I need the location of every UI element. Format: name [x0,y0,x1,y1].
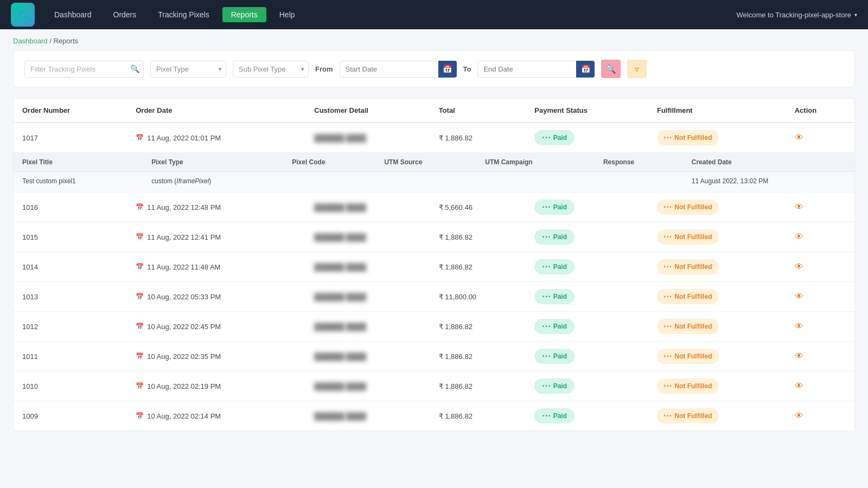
fulfillment-badge: ··· Not Fulfilled [657,319,719,334]
fulfillment-label: Not Fulfilled [674,203,712,211]
cell-fulfillment: ··· Not Fulfilled [648,371,786,401]
cell-fulfillment: ··· Not Fulfilled [648,252,786,282]
pixel-sub-row: Pixel Title Pixel Type Pixel Code UTM So… [14,153,854,192]
paid-label: Paid [553,293,567,300]
nav-tracking-pixels[interactable]: Tracking Pixels [149,7,218,22]
payment-status-badge: ··· Paid [534,349,575,364]
col-total: Total [430,99,526,123]
pixel-data-row: Test custom pixel1 custom (IframePixel) … [14,172,854,192]
paid-dots: ··· [542,322,551,331]
view-icon[interactable]: 👁 [795,322,803,331]
fulfillment-label: Not Fulfilled [674,233,712,241]
view-icon[interactable]: 👁 [795,232,803,241]
paid-label: Paid [553,352,567,360]
col-action: Action [786,99,854,123]
nav-orders[interactable]: Orders [105,7,145,22]
table-row: 1015 📅 11 Aug, 2022 12:41 PM ██████ ████… [14,222,854,252]
svg-point-2 [21,13,24,16]
paid-label: Paid [553,382,567,390]
navbar: Dashboard Orders Tracking Pixels Reports… [0,0,868,29]
app-logo [11,3,35,27]
fulfillment-badge: ··· Not Fulfilled [657,378,719,394]
pixel-code-cell [283,172,375,192]
paid-dots: ··· [542,411,551,421]
pixel-title-cell: Test custom pixel1 [14,172,143,192]
cell-action: 👁 [786,282,854,312]
fulfillment-label: Not Fulfilled [674,323,712,330]
fulfillment-label: Not Fulfilled [674,263,712,271]
end-date-calendar-button[interactable]: 📅 [576,61,595,78]
payment-status-badge: ··· Paid [534,289,575,304]
table-row: 1016 📅 11 Aug, 2022 12:48 PM ██████ ████… [14,192,854,222]
table-header-row: Order Number Order Date Customer Detail … [14,99,854,123]
breadcrumb: Dashboard / Reports [0,29,868,50]
fulfillment-dots: ··· [663,292,672,301]
table-row: 1010 📅 10 Aug, 2022 02:19 PM ██████ ████… [14,371,854,401]
col-order-date: Order Date [127,99,305,123]
customer-name: ██████ ████ [314,382,366,390]
pixel-col-response: Response [595,153,683,172]
from-label: From [315,65,333,73]
paid-label: Paid [553,134,567,142]
pixel-filter-input[interactable] [24,61,144,78]
customer-name: ██████ ████ [314,134,366,142]
fulfillment-dots: ··· [663,232,672,242]
cell-customer: ██████ ████ [305,342,430,371]
date-calendar-icon: 📅 [136,203,144,211]
breadcrumb-dashboard[interactable]: Dashboard [13,37,48,45]
paid-dots: ··· [542,351,551,361]
fulfillment-badge: ··· Not Fulfilled [657,289,719,304]
col-fulfillment: Fulfillment [648,99,786,123]
customer-name: ██████ ████ [314,352,366,361]
sub-pixel-type-select[interactable]: Sub Pixel Type [233,61,309,78]
cell-customer: ██████ ████ [305,123,430,153]
pixel-created-date-cell: 11 August 2022, 13:02 PM [683,172,854,192]
nav-dashboard[interactable]: Dashboard [46,7,100,22]
view-icon[interactable]: 👁 [795,202,803,211]
cell-order-date: 📅 10 Aug, 2022 02:19 PM [127,371,305,401]
nav-help[interactable]: Help [271,7,304,22]
view-icon[interactable]: 👁 [795,133,803,142]
cell-customer: ██████ ████ [305,282,430,312]
fulfillment-label: Not Fulfilled [674,352,712,360]
view-icon[interactable]: 👁 [795,411,803,420]
filter-button[interactable]: ▿ [627,60,647,78]
search-button[interactable]: 🔍 [601,60,621,78]
view-icon[interactable]: 👁 [795,351,803,361]
date-calendar-icon: 📅 [136,412,144,420]
filter-bar: 🔍 Pixel Type ▾ Sub Pixel Type ▾ From 📅 T… [13,50,855,87]
date-text: 10 Aug, 2022 05:33 PM [147,293,221,301]
cell-order-number: 1017 [14,123,127,153]
pixel-filter-wrap: 🔍 [24,61,144,78]
cell-action: 👁 [786,192,854,222]
date-calendar-icon: 📅 [136,233,144,241]
nav-reports[interactable]: Reports [222,7,266,22]
cell-total: ₹ 1,886.82 [430,401,526,431]
date-text: 11 Aug, 2022 12:41 PM [147,233,221,241]
start-date-calendar-button[interactable]: 📅 [438,61,457,78]
end-date-wrap: 📅 [477,61,595,78]
breadcrumb-current: Reports [53,37,78,45]
payment-status-badge: ··· Paid [534,408,575,423]
paid-label: Paid [553,203,567,211]
date-calendar-icon: 📅 [136,382,144,390]
date-text: 10 Aug, 2022 02:19 PM [147,382,221,390]
cell-total: ₹ 1,886.82 [430,342,526,371]
pixel-type-select[interactable]: Pixel Type [150,61,226,78]
fulfillment-dots: ··· [663,322,672,331]
cell-fulfillment: ··· Not Fulfilled [648,123,786,153]
view-icon[interactable]: 👁 [795,262,803,271]
cell-order-date: 📅 10 Aug, 2022 02:35 PM [127,342,305,371]
fulfillment-badge: ··· Not Fulfilled [657,259,719,274]
payment-status-badge: ··· Paid [534,259,575,274]
cell-fulfillment: ··· Not Fulfilled [648,282,786,312]
pixel-col-utm-campaign: UTM Campaign [476,153,595,172]
cell-payment-status: ··· Paid [526,401,648,431]
view-icon[interactable]: 👁 [795,381,803,390]
cell-order-date: 📅 11 Aug, 2022 12:48 PM [127,192,305,222]
cell-customer: ██████ ████ [305,252,430,282]
cell-fulfillment: ··· Not Fulfilled [648,342,786,371]
date-calendar-icon: 📅 [136,293,144,300]
view-icon[interactable]: 👁 [795,292,803,301]
cell-payment-status: ··· Paid [526,312,648,342]
